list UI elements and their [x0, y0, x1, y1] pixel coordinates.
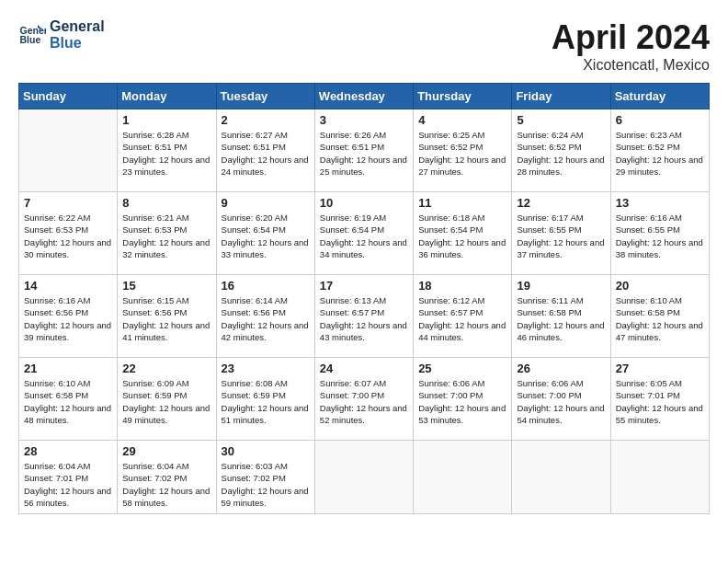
- day-number: 3: [320, 113, 408, 127]
- week-row: 21Sunrise: 6:10 AM Sunset: 6:58 PM Dayli…: [19, 358, 710, 441]
- day-info: Sunrise: 6:20 AM Sunset: 6:54 PM Dayligh…: [222, 212, 310, 260]
- calendar-cell: 14Sunrise: 6:16 AM Sunset: 6:56 PM Dayli…: [19, 275, 118, 358]
- day-info: Sunrise: 6:07 AM Sunset: 7:00 PM Dayligh…: [320, 377, 408, 426]
- calendar-cell: 9Sunrise: 6:20 AM Sunset: 6:54 PM Daylig…: [216, 192, 314, 275]
- logo: General Blue General Blue: [18, 18, 105, 51]
- month-title: April 2024: [552, 18, 710, 57]
- calendar-cell: 22Sunrise: 6:09 AM Sunset: 6:59 PM Dayli…: [118, 358, 216, 441]
- day-number: 12: [517, 196, 605, 210]
- calendar-cell: 18Sunrise: 6:12 AM Sunset: 6:57 PM Dayli…: [414, 275, 512, 358]
- day-number: 8: [122, 196, 210, 210]
- calendar-cell: 11Sunrise: 6:18 AM Sunset: 6:54 PM Dayli…: [414, 192, 512, 275]
- day-number: 29: [122, 444, 210, 458]
- day-info: Sunrise: 6:04 AM Sunset: 7:01 PM Dayligh…: [24, 460, 112, 509]
- day-info: Sunrise: 6:06 AM Sunset: 7:00 PM Dayligh…: [517, 377, 605, 426]
- weekday-header: Friday: [512, 84, 610, 109]
- calendar-cell: 4Sunrise: 6:25 AM Sunset: 6:52 PM Daylig…: [414, 109, 512, 192]
- page-header: General Blue General Blue April 2024 Xic…: [18, 18, 710, 74]
- logo-line2: Blue: [50, 35, 82, 52]
- day-number: 13: [616, 196, 704, 210]
- calendar-cell: 23Sunrise: 6:08 AM Sunset: 6:59 PM Dayli…: [216, 358, 314, 441]
- day-number: 11: [418, 196, 506, 210]
- logo-line1: General: [50, 18, 105, 35]
- weekday-header: Tuesday: [216, 84, 314, 109]
- day-number: 24: [320, 362, 408, 375]
- day-info: Sunrise: 6:19 AM Sunset: 6:54 PM Dayligh…: [320, 212, 408, 260]
- calendar-cell: 8Sunrise: 6:21 AM Sunset: 6:53 PM Daylig…: [118, 192, 216, 275]
- week-row: 14Sunrise: 6:16 AM Sunset: 6:56 PM Dayli…: [19, 275, 710, 358]
- calendar-cell: 3Sunrise: 6:26 AM Sunset: 6:51 PM Daylig…: [314, 109, 413, 192]
- day-info: Sunrise: 6:18 AM Sunset: 6:54 PM Dayligh…: [418, 212, 506, 260]
- calendar-cell: 26Sunrise: 6:06 AM Sunset: 7:00 PM Dayli…: [512, 358, 610, 441]
- day-number: 9: [222, 196, 310, 210]
- calendar-cell: 21Sunrise: 6:10 AM Sunset: 6:58 PM Dayli…: [19, 358, 118, 441]
- day-info: Sunrise: 6:03 AM Sunset: 7:02 PM Dayligh…: [222, 460, 310, 509]
- calendar-cell: 15Sunrise: 6:15 AM Sunset: 6:56 PM Dayli…: [118, 275, 216, 358]
- calendar-cell: 16Sunrise: 6:14 AM Sunset: 6:56 PM Dayli…: [216, 275, 314, 358]
- calendar-cell: [414, 441, 512, 514]
- day-number: 18: [418, 279, 506, 293]
- calendar-cell: 30Sunrise: 6:03 AM Sunset: 7:02 PM Dayli…: [216, 441, 314, 514]
- day-info: Sunrise: 6:15 AM Sunset: 6:56 PM Dayligh…: [122, 294, 210, 343]
- calendar-cell: 29Sunrise: 6:04 AM Sunset: 7:02 PM Dayli…: [118, 441, 216, 514]
- day-number: 30: [222, 444, 310, 458]
- day-info: Sunrise: 6:08 AM Sunset: 6:59 PM Dayligh…: [222, 377, 310, 426]
- day-info: Sunrise: 6:13 AM Sunset: 6:57 PM Dayligh…: [320, 294, 408, 343]
- svg-text:Blue: Blue: [20, 34, 41, 45]
- day-info: Sunrise: 6:28 AM Sunset: 6:51 PM Dayligh…: [122, 129, 210, 178]
- calendar-cell: [19, 109, 118, 192]
- day-info: Sunrise: 6:16 AM Sunset: 6:55 PM Dayligh…: [616, 212, 704, 260]
- day-info: Sunrise: 6:04 AM Sunset: 7:02 PM Dayligh…: [122, 460, 210, 509]
- calendar-cell: [512, 441, 610, 514]
- weekday-header: Wednesday: [314, 84, 413, 109]
- calendar-cell: 1Sunrise: 6:28 AM Sunset: 6:51 PM Daylig…: [118, 109, 216, 192]
- calendar-cell: 25Sunrise: 6:06 AM Sunset: 7:00 PM Dayli…: [414, 358, 512, 441]
- calendar-cell: 2Sunrise: 6:27 AM Sunset: 6:51 PM Daylig…: [216, 109, 314, 192]
- day-info: Sunrise: 6:09 AM Sunset: 6:59 PM Dayligh…: [122, 377, 210, 426]
- day-number: 22: [122, 362, 210, 375]
- week-row: 7Sunrise: 6:22 AM Sunset: 6:53 PM Daylig…: [19, 192, 710, 275]
- day-number: 7: [24, 196, 112, 210]
- day-info: Sunrise: 6:10 AM Sunset: 6:58 PM Dayligh…: [616, 294, 704, 343]
- day-number: 28: [24, 444, 112, 458]
- day-info: Sunrise: 6:14 AM Sunset: 6:56 PM Dayligh…: [222, 294, 310, 343]
- day-info: Sunrise: 6:24 AM Sunset: 6:52 PM Dayligh…: [517, 129, 605, 178]
- calendar-cell: 10Sunrise: 6:19 AM Sunset: 6:54 PM Dayli…: [314, 192, 413, 275]
- title-block: April 2024 Xicotencatl, Mexico: [552, 18, 710, 74]
- day-info: Sunrise: 6:06 AM Sunset: 7:00 PM Dayligh…: [418, 377, 506, 426]
- weekday-header: Saturday: [610, 84, 709, 109]
- calendar-cell: 7Sunrise: 6:22 AM Sunset: 6:53 PM Daylig…: [19, 192, 118, 275]
- calendar-cell: [610, 441, 709, 514]
- day-number: 5: [517, 113, 605, 127]
- day-info: Sunrise: 6:16 AM Sunset: 6:56 PM Dayligh…: [24, 294, 112, 343]
- day-info: Sunrise: 6:25 AM Sunset: 6:52 PM Dayligh…: [418, 129, 506, 178]
- calendar-cell: 13Sunrise: 6:16 AM Sunset: 6:55 PM Dayli…: [610, 192, 709, 275]
- day-info: Sunrise: 6:17 AM Sunset: 6:55 PM Dayligh…: [517, 212, 605, 260]
- calendar-cell: 24Sunrise: 6:07 AM Sunset: 7:00 PM Dayli…: [314, 358, 413, 441]
- calendar-cell: 27Sunrise: 6:05 AM Sunset: 7:01 PM Dayli…: [610, 358, 709, 441]
- day-number: 27: [616, 362, 704, 375]
- day-info: Sunrise: 6:26 AM Sunset: 6:51 PM Dayligh…: [320, 129, 408, 178]
- day-number: 6: [616, 113, 704, 127]
- day-number: 25: [418, 362, 506, 375]
- calendar-cell: 17Sunrise: 6:13 AM Sunset: 6:57 PM Dayli…: [314, 275, 413, 358]
- day-number: 16: [222, 279, 310, 293]
- day-number: 23: [222, 362, 310, 375]
- calendar-cell: 6Sunrise: 6:23 AM Sunset: 6:52 PM Daylig…: [610, 109, 709, 192]
- day-number: 10: [320, 196, 408, 210]
- day-info: Sunrise: 6:10 AM Sunset: 6:58 PM Dayligh…: [24, 377, 112, 426]
- day-number: 14: [24, 279, 112, 293]
- calendar-cell: 5Sunrise: 6:24 AM Sunset: 6:52 PM Daylig…: [512, 109, 610, 192]
- day-number: 26: [517, 362, 605, 375]
- calendar-cell: [314, 441, 413, 514]
- day-info: Sunrise: 6:23 AM Sunset: 6:52 PM Dayligh…: [616, 129, 704, 178]
- weekday-header: Monday: [118, 84, 216, 109]
- calendar-cell: 19Sunrise: 6:11 AM Sunset: 6:58 PM Dayli…: [512, 275, 610, 358]
- calendar-cell: 12Sunrise: 6:17 AM Sunset: 6:55 PM Dayli…: [512, 192, 610, 275]
- day-number: 4: [418, 113, 506, 127]
- week-row: 28Sunrise: 6:04 AM Sunset: 7:01 PM Dayli…: [19, 441, 710, 514]
- location: Xicotencatl, Mexico: [552, 57, 710, 74]
- day-info: Sunrise: 6:12 AM Sunset: 6:57 PM Dayligh…: [418, 294, 506, 343]
- weekday-header: Sunday: [19, 84, 118, 109]
- week-row: 1Sunrise: 6:28 AM Sunset: 6:51 PM Daylig…: [19, 109, 710, 192]
